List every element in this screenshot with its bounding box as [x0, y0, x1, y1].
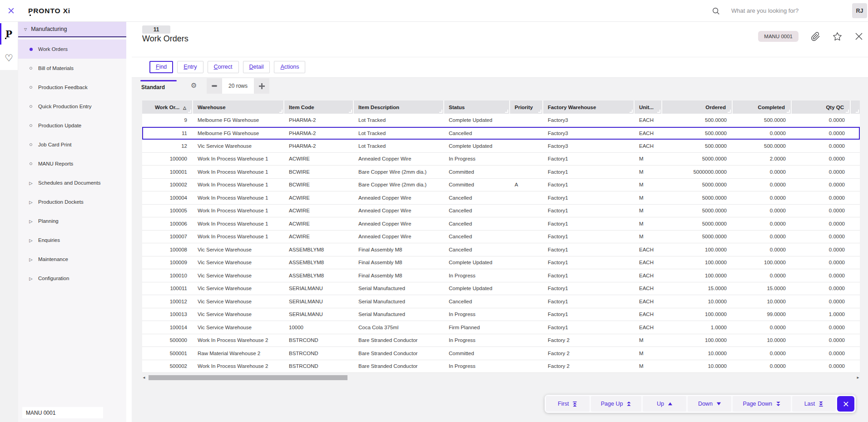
- cell: EACH: [635, 243, 662, 256]
- page-up-button[interactable]: Page Up: [591, 396, 642, 412]
- sidebar-item-quick-production-entry[interactable]: Quick Production Entry: [18, 97, 126, 116]
- tab-entry[interactable]: Entry: [177, 61, 203, 73]
- sidebar-item-production-update[interactable]: Production Update: [18, 116, 126, 135]
- h-scrollbar[interactable]: ◄ ►: [142, 375, 860, 381]
- down-button[interactable]: Down: [688, 396, 731, 412]
- favorite-star-icon[interactable]: [833, 32, 842, 41]
- table-row[interactable]: 11Melbourne FG WarehousePHARMA-2Lot Trac…: [142, 127, 860, 140]
- table-row[interactable]: 100001Work In Process Warehouse 1BCWIREB…: [142, 166, 860, 179]
- table-row[interactable]: 100014Vic Service Warehouse10000Coca Col…: [142, 321, 860, 334]
- table-row[interactable]: 12Vic Service WarehousePHARMA-2Lot Track…: [142, 140, 860, 153]
- tab-actions[interactable]: Actions: [274, 61, 305, 73]
- table-row[interactable]: 500001Raw Material Warehouse 2BSTRCONDBa…: [142, 347, 860, 360]
- cell: ACWIRE: [284, 153, 354, 166]
- up-button[interactable]: Up: [643, 396, 686, 412]
- search-icon: [712, 7, 720, 15]
- sidebar-section-manufacturing[interactable]: ▽ Manufacturing: [18, 22, 126, 37]
- table-row[interactable]: 500000Work In Process Warehouse 2BSTRCON…: [142, 334, 860, 347]
- mode-tabs: FindEntryCorrectDetailActions: [149, 61, 305, 73]
- scroll-left-icon[interactable]: ◄: [142, 376, 146, 380]
- tab-correct[interactable]: Correct: [208, 61, 239, 73]
- cell: M: [635, 217, 662, 231]
- sidebar-item-enquiries[interactable]: ▷Enquiries: [18, 231, 126, 250]
- table-row[interactable]: 9Melbourne FG WarehousePHARMA-2Lot Track…: [142, 114, 860, 127]
- scroll-thumb[interactable]: [149, 375, 347, 380]
- header-cell-unit[interactable]: Unit...: [635, 100, 662, 114]
- search-input[interactable]: What are you looking for?: [731, 7, 808, 14]
- header-cell-qty-qc[interactable]: Qty QC: [792, 100, 851, 114]
- table-row[interactable]: 100002Work In Process Warehouse 1BCWIREB…: [142, 179, 860, 192]
- header-cell-work-or[interactable]: Work Or...△: [142, 100, 193, 114]
- sidebar-item-manu-reports[interactable]: MANU Reports: [18, 154, 126, 173]
- rail-favorites-button[interactable]: ♡: [0, 46, 18, 70]
- view-tab-standard[interactable]: Standard: [141, 84, 165, 90]
- table-row[interactable]: 100005Work In Process Warehouse 1ACWIREA…: [142, 205, 860, 218]
- sidebar-item-job-card-print[interactable]: Job Card Print: [18, 135, 126, 154]
- table-row[interactable]: 100012Vic Service WarehouseSERIALMANUSer…: [142, 295, 860, 308]
- cell: Final Assembly M8: [354, 256, 444, 270]
- header-cell-completed[interactable]: Completed: [733, 100, 792, 114]
- sidebar-item-planning[interactable]: ▷Planning: [18, 211, 126, 231]
- table-row[interactable]: 100000Work In Process Warehouse 1ACWIREA…: [142, 153, 860, 166]
- sidebar-item-schedules-and-documents[interactable]: ▷Schedules and Documents: [18, 173, 126, 192]
- tab-label: Detail: [249, 64, 264, 70]
- paperclip-icon[interactable]: [811, 32, 820, 41]
- tab-find[interactable]: Find: [149, 61, 173, 73]
- last-button[interactable]: Last: [792, 396, 836, 412]
- cell: 1.0000: [662, 321, 733, 334]
- sidebar-item-work-orders[interactable]: Work Orders: [18, 40, 126, 59]
- first-button[interactable]: First: [546, 396, 590, 412]
- header-cell-item-code[interactable]: Item Code: [284, 100, 354, 114]
- header-cell-spacer[interactable]: [851, 100, 860, 114]
- cell: 500.0000: [662, 140, 733, 153]
- table-row[interactable]: 100009Vic Service WarehouseASSEMBLYM8Fin…: [142, 256, 860, 270]
- rail-pronto-button[interactable]: P: [0, 22, 18, 46]
- menu-close-icon[interactable]: [0, 7, 22, 14]
- sidebar-item-maintenance[interactable]: ▷Maintenance: [18, 250, 126, 269]
- cell: [851, 114, 860, 127]
- cell: Factory1: [543, 191, 635, 205]
- header-cell-factory-warehouse[interactable]: Factory Warehouse: [543, 100, 635, 114]
- rows-decrease-button[interactable]: [207, 78, 222, 94]
- table-row[interactable]: 500002Work In Process Warehouse 2BSTRCON…: [142, 360, 860, 373]
- table-row[interactable]: 100008Vic Service WarehouseASSEMBLYM8Fin…: [142, 243, 860, 256]
- table-row[interactable]: 100007Work In Process Warehouse 1ACWIREA…: [142, 231, 860, 244]
- cell: 5000000.0000: [662, 166, 733, 179]
- global-search[interactable]: What are you looking for?: [712, 7, 808, 15]
- rows-increase-button[interactable]: [254, 78, 269, 94]
- cell: [510, 153, 543, 166]
- header-cell-warehouse[interactable]: Warehouse: [193, 100, 284, 114]
- page-down-button[interactable]: Page Down: [733, 396, 791, 412]
- table-row[interactable]: 100010Vic Service WarehouseASSEMBLYM8Fin…: [142, 269, 860, 282]
- table-row[interactable]: 100011Vic Service WarehouseSERIALMANUSer…: [142, 282, 860, 296]
- table-row[interactable]: 100013Vic Service WarehouseSERIALMANUSer…: [142, 308, 860, 322]
- cell: Factory 2: [543, 360, 635, 373]
- scroll-right-icon[interactable]: ►: [856, 376, 860, 380]
- close-screen-icon[interactable]: [854, 32, 863, 41]
- cell: Complete Updated: [444, 282, 510, 296]
- cell: [851, 269, 860, 282]
- cell: M: [635, 360, 662, 373]
- cell: Vic Service Warehouse: [193, 282, 284, 296]
- user-avatar[interactable]: RJ: [852, 3, 867, 18]
- sidebar-code-input[interactable]: MANU 0001: [22, 407, 103, 418]
- cell: Factory1: [543, 256, 635, 270]
- table-row[interactable]: 100004Work In Process Warehouse 1ACWIREA…: [142, 191, 860, 205]
- table-row[interactable]: 100006Work In Process Warehouse 1ACWIREA…: [142, 217, 860, 231]
- header-cell-priority[interactable]: Priority: [510, 100, 543, 114]
- tab-label: Find: [156, 64, 167, 70]
- sidebar-item-production-dockets[interactable]: ▷Production Dockets: [18, 192, 126, 211]
- close-grid-button[interactable]: [837, 396, 854, 412]
- sidebar-scrollbar[interactable]: [126, 22, 132, 422]
- double-up-icon: [626, 401, 631, 407]
- header-cell-ordered[interactable]: Ordered: [662, 100, 733, 114]
- sidebar-item-bill-of-materials[interactable]: Bill of Materials: [18, 59, 126, 78]
- gear-icon[interactable]: ⚙: [191, 81, 197, 90]
- cell: EACH: [635, 256, 662, 270]
- cell: 0.0000: [733, 269, 792, 282]
- header-cell-status[interactable]: Status: [444, 100, 510, 114]
- header-cell-item-description[interactable]: Item Description: [354, 100, 444, 114]
- tab-detail[interactable]: Detail: [243, 61, 270, 73]
- sidebar-item-production-feedback[interactable]: Production Feedback: [18, 78, 126, 97]
- sidebar-item-configuration[interactable]: ▷Configuration: [18, 269, 126, 288]
